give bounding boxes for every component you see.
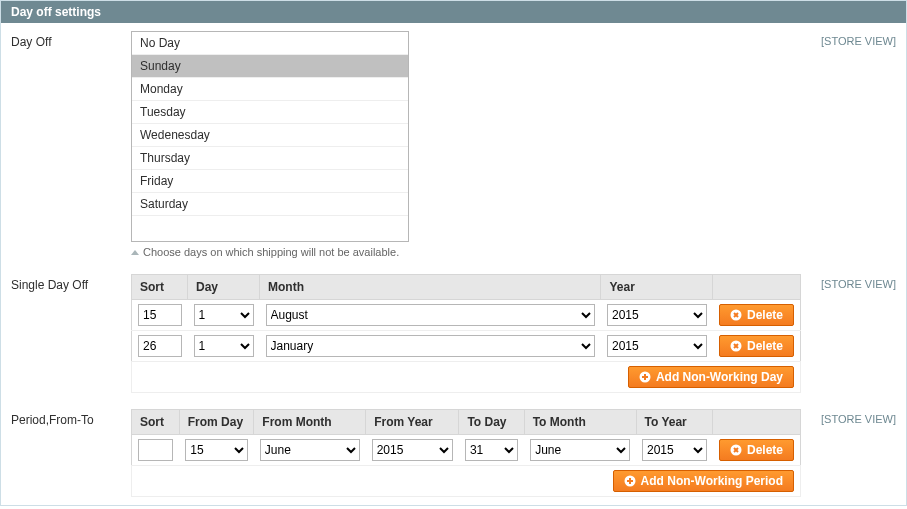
- day-off-option[interactable]: Tuesday: [132, 101, 408, 124]
- col-action: [713, 275, 801, 300]
- delete-circle-icon: [730, 309, 742, 321]
- period-table: Sort From Day From Month From Year To Da…: [131, 409, 801, 497]
- day-off-label: Day Off: [11, 31, 131, 49]
- delete-button[interactable]: Delete: [719, 304, 794, 326]
- delete-button[interactable]: Delete: [719, 335, 794, 357]
- year-select[interactable]: 2015: [607, 304, 707, 326]
- field-single-day-off: Single Day Off Sort Day Month Year 1Janu…: [1, 266, 906, 401]
- month-select[interactable]: JanuaryFebruaryMarchAprilMayJuneJulyAugu…: [266, 304, 595, 326]
- col-sort: Sort: [132, 275, 188, 300]
- day-select[interactable]: 1: [194, 304, 254, 326]
- year-select[interactable]: 2015: [607, 335, 707, 357]
- caret-up-icon: [131, 250, 139, 255]
- delete-button[interactable]: Delete: [719, 439, 794, 461]
- col-to-year: To Year: [636, 410, 713, 435]
- scope-label: [STORE VIEW]: [816, 31, 896, 47]
- delete-label: Delete: [747, 443, 783, 457]
- col-from-month: From Month: [254, 410, 366, 435]
- delete-circle-icon: [730, 444, 742, 456]
- plus-circle-icon: [639, 371, 651, 383]
- col-from-day: From Day: [179, 410, 254, 435]
- sort-input[interactable]: [138, 304, 182, 326]
- plus-circle-icon: [624, 475, 636, 487]
- delete-circle-icon: [730, 340, 742, 352]
- period-label: Period,From-To: [11, 409, 131, 427]
- col-to-day: To Day: [459, 410, 524, 435]
- col-month: Month: [260, 275, 601, 300]
- to-day-select[interactable]: 311: [465, 439, 518, 461]
- day-off-hint: Choose days on which shipping will not b…: [131, 246, 816, 258]
- from-month-select[interactable]: JanuaryFebruaryMarchAprilMayJuneJulyAugu…: [260, 439, 360, 461]
- col-to-month: To Month: [524, 410, 636, 435]
- day-select[interactable]: 1: [194, 335, 254, 357]
- single-day-off-table: Sort Day Month Year 1JanuaryFebruaryMarc…: [131, 274, 801, 393]
- to-month-select[interactable]: JanuaryFebruaryMarchAprilMayJuneJulyAugu…: [530, 439, 630, 461]
- day-off-option[interactable]: Wedenesday: [132, 124, 408, 147]
- table-row: 1JanuaryFebruaryMarchAprilMayJuneJulyAug…: [132, 300, 801, 331]
- table-row: 151JanuaryFebruaryMarchAprilMayJuneJulyA…: [132, 435, 801, 466]
- day-off-option[interactable]: Monday: [132, 78, 408, 101]
- day-off-option[interactable]: No Day: [132, 32, 408, 55]
- scope-label: [STORE VIEW]: [816, 274, 896, 290]
- from-year-select[interactable]: 2015: [372, 439, 453, 461]
- add-non-working-period-label: Add Non-Working Period: [641, 474, 783, 488]
- field-day-off: Day Off No DaySundayMondayTuesdayWedenes…: [1, 23, 906, 266]
- month-select[interactable]: JanuaryFebruaryMarchAprilMayJuneJulyAugu…: [266, 335, 595, 357]
- table-row: 1JanuaryFebruaryMarchAprilMayJuneJulyAug…: [132, 331, 801, 362]
- add-non-working-period-button[interactable]: Add Non-Working Period: [613, 470, 794, 492]
- add-non-working-day-label: Add Non-Working Day: [656, 370, 783, 384]
- delete-label: Delete: [747, 339, 783, 353]
- from-day-select[interactable]: 151: [185, 439, 248, 461]
- field-period: Period,From-To Sort From Day From Month …: [1, 401, 906, 505]
- day-off-option[interactable]: Sunday: [132, 55, 408, 78]
- col-action: [713, 410, 801, 435]
- day-off-option[interactable]: Thursday: [132, 147, 408, 170]
- day-off-hint-text: Choose days on which shipping will not b…: [143, 246, 399, 258]
- day-off-option[interactable]: Saturday: [132, 193, 408, 216]
- day-off-option[interactable]: Friday: [132, 170, 408, 193]
- col-from-year: From Year: [366, 410, 459, 435]
- col-year: Year: [601, 275, 713, 300]
- to-year-select[interactable]: 2015: [642, 439, 707, 461]
- add-non-working-day-button[interactable]: Add Non-Working Day: [628, 366, 794, 388]
- panel-title: Day off settings: [1, 1, 906, 23]
- col-day: Day: [188, 275, 260, 300]
- col-sort: Sort: [132, 410, 180, 435]
- day-off-multiselect[interactable]: No DaySundayMondayTuesdayWedenesdayThurs…: [131, 31, 409, 242]
- day-off-settings-panel: Day off settings Day Off No DaySundayMon…: [0, 0, 907, 506]
- scope-label: [STORE VIEW]: [816, 409, 896, 425]
- sort-input[interactable]: [138, 439, 173, 461]
- single-day-off-label: Single Day Off: [11, 274, 131, 292]
- sort-input[interactable]: [138, 335, 182, 357]
- delete-label: Delete: [747, 308, 783, 322]
